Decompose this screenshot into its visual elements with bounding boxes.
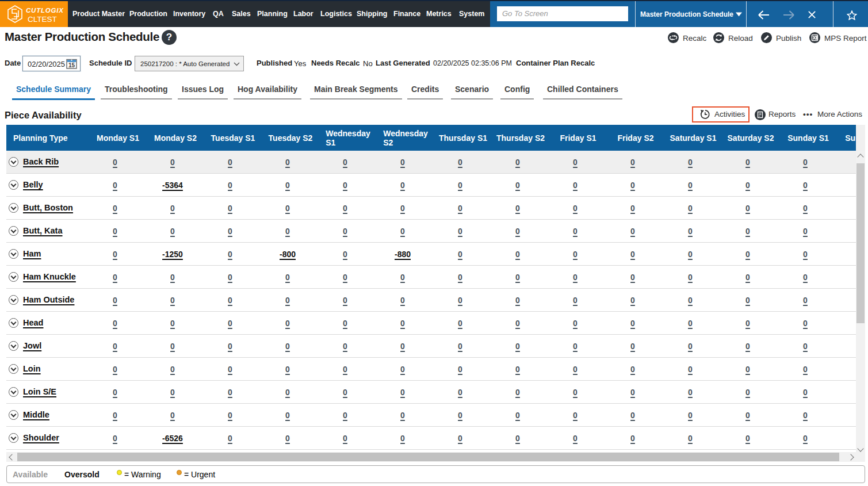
- svg-text:15: 15: [68, 62, 75, 68]
